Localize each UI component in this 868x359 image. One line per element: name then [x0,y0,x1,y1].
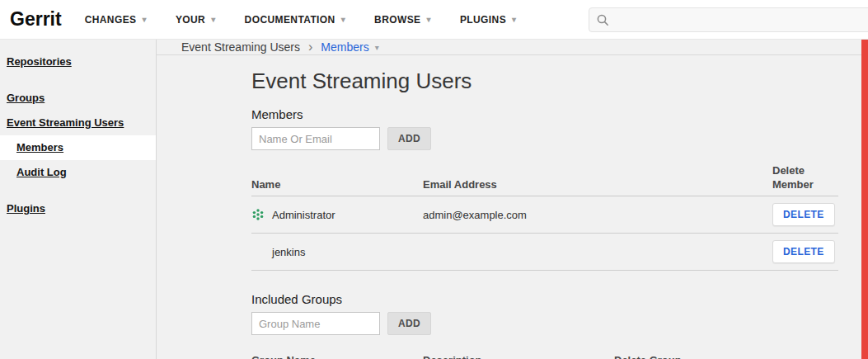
included-groups-table-header: Group Name Description Delete Group [251,348,838,359]
breadcrumb-parent-link[interactable]: Event Streaming Users [181,40,300,54]
sidebar-item-audit-log[interactable]: Audit Log [0,160,156,185]
delete-cell: DELETE [772,240,838,263]
delete-member-button[interactable]: DELETE [772,203,835,226]
member-name: jenkins [272,246,305,258]
nav-item-your[interactable]: YOUR ▾ [176,14,216,26]
avatar [251,208,265,221]
table-row: jenkins DELETE [251,234,838,271]
nav-item-label: CHANGES [85,14,137,26]
chevron-down-icon: ▾ [512,15,516,24]
column-header-name: Name [251,177,423,191]
page-body: Repositories Groups Event Streaming User… [0,40,868,359]
member-name-cell: Administrator [251,208,423,221]
nav-item-label: YOUR [176,14,205,26]
chevron-down-icon: ▾ [375,43,379,52]
table-row: Administrator admin@example.com DELETE [251,196,838,234]
search-box [589,7,868,32]
delete-cell: DELETE [772,203,838,226]
gerrit-logo[interactable]: Gerrit [8,8,73,31]
sidebar-item-repositories[interactable]: Repositories [0,50,156,74]
column-header-delete-group: Delete Group [614,353,838,359]
members-table: Name Email Address Delete Member [251,163,838,271]
chevron-down-icon: ▾ [426,15,430,24]
add-member-row: ADD [251,127,868,150]
members-section: Members ADD Name Email Address Delete Me… [251,107,868,271]
delete-member-button[interactable]: DELETE [772,240,835,263]
sidebar-item-event-streaming-users[interactable]: Event Streaming Users [0,111,156,135]
nav-item-label: DOCUMENTATION [245,14,335,26]
member-email: admin@example.com [423,209,772,221]
nav-item-plugins[interactable]: PLUGINS ▾ [460,14,517,26]
chevron-down-icon: ▾ [142,15,146,24]
chevron-down-icon: ▾ [341,15,345,24]
column-header-email: Email Address [423,177,772,191]
search-icon [596,13,609,26]
content-area: Event Streaming Users › Members ▾ Event … [157,40,868,359]
right-edge-red-bar [861,40,868,359]
sidebar-item-groups[interactable]: Groups [0,86,156,111]
group-name-input[interactable] [251,312,380,335]
column-header-description: Description [423,353,614,359]
member-name-or-email-input[interactable] [251,127,380,150]
avatar-placeholder [251,245,265,258]
top-bar: Gerrit CHANGES ▾ YOUR ▾ DOCUMENTATION ▾ … [0,0,868,40]
nav-item-browse[interactable]: BROWSE ▾ [374,14,431,26]
breadcrumb-current-link[interactable]: Members [321,40,368,54]
member-name-cell: jenkins [251,245,423,258]
breadcrumb: Event Streaming Users › Members ▾ [157,40,868,55]
chevron-down-icon: ▾ [211,15,215,24]
sidebar-item-plugins[interactable]: Plugins [0,196,156,221]
members-heading: Members [251,107,868,121]
add-member-button[interactable]: ADD [387,127,431,150]
included-groups-heading: Included Groups [251,292,868,306]
main-panel: Event Streaming Users Members ADD Name E… [157,55,868,359]
included-groups-section: Included Groups ADD Group Name Descripti… [251,292,868,359]
column-header-delete-member: Delete Member [772,163,838,191]
nav-item-documentation[interactable]: DOCUMENTATION ▾ [245,14,346,26]
column-header-group-name: Group Name [251,353,423,359]
nav-item-changes[interactable]: CHANGES ▾ [85,14,147,26]
nav-item-label: BROWSE [374,14,420,26]
member-name: Administrator [272,209,335,221]
search-input[interactable] [616,12,868,26]
add-group-row: ADD [251,312,868,335]
main-nav: CHANGES ▾ YOUR ▾ DOCUMENTATION ▾ BROWSE … [85,14,517,26]
sidebar: Repositories Groups Event Streaming User… [0,40,157,359]
add-group-button[interactable]: ADD [387,312,431,335]
members-table-header: Name Email Address Delete Member [251,163,838,196]
sidebar-item-members[interactable]: Members [0,135,156,160]
chevron-right-icon: › [308,40,312,54]
nav-item-label: PLUGINS [460,14,506,26]
page-title: Event Streaming Users [251,68,868,94]
